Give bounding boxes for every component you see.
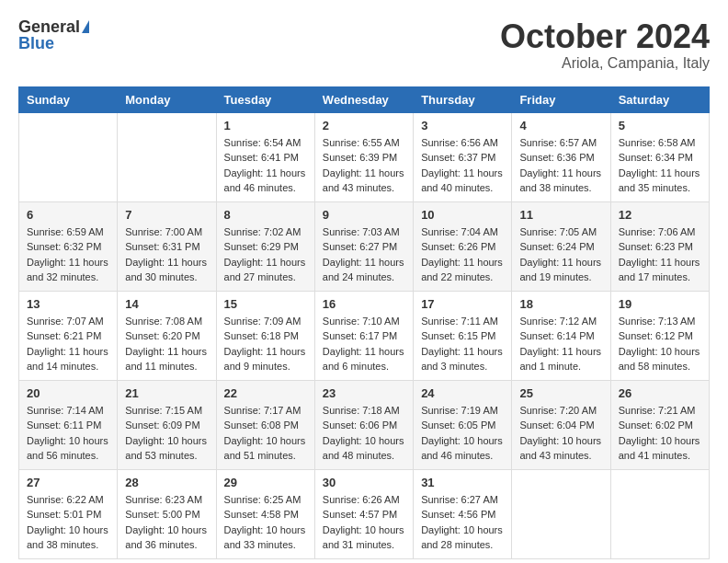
calendar-cell: 20Sunrise: 7:14 AM Sunset: 6:11 PM Dayli… bbox=[19, 380, 118, 469]
day-number: 18 bbox=[519, 297, 602, 311]
day-number: 19 bbox=[619, 297, 701, 311]
week-row-3: 13Sunrise: 7:07 AM Sunset: 6:21 PM Dayli… bbox=[19, 291, 710, 380]
col-header-sunday: Sunday bbox=[19, 86, 118, 112]
logo-triangle-icon bbox=[82, 20, 89, 33]
calendar-cell: 18Sunrise: 7:12 AM Sunset: 6:14 PM Dayli… bbox=[512, 291, 610, 380]
calendar-table: SundayMondayTuesdayWednesdayThursdayFrid… bbox=[18, 86, 710, 559]
day-info: Sunrise: 6:57 AM Sunset: 6:36 PM Dayligh… bbox=[519, 135, 602, 196]
calendar-cell bbox=[118, 112, 216, 201]
day-info: Sunrise: 6:22 AM Sunset: 5:01 PM Dayligh… bbox=[27, 492, 109, 553]
page-header: General Blue October 2024 Ariola, Campan… bbox=[18, 18, 710, 72]
day-number: 4 bbox=[519, 119, 602, 132]
day-info: Sunrise: 6:27 AM Sunset: 4:56 PM Dayligh… bbox=[421, 492, 504, 553]
calendar-cell bbox=[19, 112, 118, 201]
calendar-cell: 16Sunrise: 7:10 AM Sunset: 6:17 PM Dayli… bbox=[314, 291, 413, 380]
day-info: Sunrise: 6:26 AM Sunset: 4:57 PM Dayligh… bbox=[323, 492, 405, 553]
calendar-cell: 8Sunrise: 7:02 AM Sunset: 6:29 PM Daylig… bbox=[216, 201, 314, 291]
calendar-cell: 27Sunrise: 6:22 AM Sunset: 5:01 PM Dayli… bbox=[19, 469, 118, 558]
day-info: Sunrise: 7:07 AM Sunset: 6:21 PM Dayligh… bbox=[27, 314, 109, 374]
logo: General Blue bbox=[18, 18, 89, 52]
day-info: Sunrise: 6:54 AM Sunset: 6:41 PM Dayligh… bbox=[224, 135, 307, 196]
week-row-5: 27Sunrise: 6:22 AM Sunset: 5:01 PM Dayli… bbox=[19, 469, 710, 558]
day-number: 21 bbox=[125, 386, 208, 400]
calendar-cell: 23Sunrise: 7:18 AM Sunset: 6:06 PM Dayli… bbox=[314, 380, 413, 469]
day-number: 12 bbox=[619, 208, 701, 222]
week-row-1: 1Sunrise: 6:54 AM Sunset: 6:41 PM Daylig… bbox=[19, 112, 710, 201]
col-header-monday: Monday bbox=[118, 86, 216, 112]
logo-blue-text: Blue bbox=[18, 34, 54, 52]
day-number: 1 bbox=[224, 119, 307, 132]
calendar-cell: 30Sunrise: 6:26 AM Sunset: 4:57 PM Dayli… bbox=[314, 469, 413, 558]
calendar-cell: 17Sunrise: 7:11 AM Sunset: 6:15 PM Dayli… bbox=[414, 291, 512, 380]
day-number: 14 bbox=[125, 297, 208, 311]
col-header-wednesday: Wednesday bbox=[314, 86, 413, 112]
day-info: Sunrise: 7:11 AM Sunset: 6:15 PM Dayligh… bbox=[421, 314, 504, 374]
calendar-cell: 26Sunrise: 7:21 AM Sunset: 6:02 PM Dayli… bbox=[610, 380, 709, 469]
day-info: Sunrise: 7:14 AM Sunset: 6:11 PM Dayligh… bbox=[27, 403, 109, 464]
day-info: Sunrise: 7:10 AM Sunset: 6:17 PM Dayligh… bbox=[323, 314, 405, 374]
day-number: 3 bbox=[421, 119, 504, 132]
day-number: 23 bbox=[323, 386, 405, 400]
calendar-cell: 3Sunrise: 6:56 AM Sunset: 6:37 PM Daylig… bbox=[414, 112, 512, 201]
calendar-cell: 1Sunrise: 6:54 AM Sunset: 6:41 PM Daylig… bbox=[216, 112, 314, 201]
day-info: Sunrise: 7:20 AM Sunset: 6:04 PM Dayligh… bbox=[519, 403, 602, 464]
day-number: 15 bbox=[224, 297, 307, 311]
title-area: October 2024 Ariola, Campania, Italy bbox=[500, 18, 710, 72]
calendar-cell: 24Sunrise: 7:19 AM Sunset: 6:05 PM Dayli… bbox=[414, 380, 512, 469]
calendar-cell: 29Sunrise: 6:25 AM Sunset: 4:58 PM Dayli… bbox=[216, 469, 314, 558]
day-number: 27 bbox=[27, 476, 109, 489]
calendar-cell: 11Sunrise: 7:05 AM Sunset: 6:24 PM Dayli… bbox=[512, 201, 610, 291]
day-number: 29 bbox=[224, 476, 307, 489]
calendar-cell: 31Sunrise: 6:27 AM Sunset: 4:56 PM Dayli… bbox=[414, 469, 512, 558]
day-number: 10 bbox=[421, 208, 504, 222]
day-info: Sunrise: 7:02 AM Sunset: 6:29 PM Dayligh… bbox=[224, 224, 307, 285]
day-info: Sunrise: 6:55 AM Sunset: 6:39 PM Dayligh… bbox=[323, 135, 405, 196]
day-number: 13 bbox=[27, 297, 109, 311]
day-info: Sunrise: 6:56 AM Sunset: 6:37 PM Dayligh… bbox=[421, 135, 504, 196]
calendar-cell: 6Sunrise: 6:59 AM Sunset: 6:32 PM Daylig… bbox=[19, 201, 118, 291]
day-number: 17 bbox=[421, 297, 504, 311]
day-info: Sunrise: 7:04 AM Sunset: 6:26 PM Dayligh… bbox=[421, 224, 504, 285]
day-info: Sunrise: 7:08 AM Sunset: 6:20 PM Dayligh… bbox=[125, 314, 208, 374]
day-number: 31 bbox=[421, 476, 504, 489]
logo-general-text: General bbox=[18, 18, 80, 35]
day-number: 22 bbox=[224, 386, 307, 400]
day-number: 30 bbox=[323, 476, 405, 489]
calendar-cell: 28Sunrise: 6:23 AM Sunset: 5:00 PM Dayli… bbox=[118, 469, 216, 558]
calendar-cell: 12Sunrise: 7:06 AM Sunset: 6:23 PM Dayli… bbox=[610, 201, 709, 291]
calendar-cell: 21Sunrise: 7:15 AM Sunset: 6:09 PM Dayli… bbox=[118, 380, 216, 469]
calendar-cell: 19Sunrise: 7:13 AM Sunset: 6:12 PM Dayli… bbox=[610, 291, 709, 380]
col-header-saturday: Saturday bbox=[610, 86, 709, 112]
day-number: 6 bbox=[27, 208, 109, 222]
day-info: Sunrise: 7:12 AM Sunset: 6:14 PM Dayligh… bbox=[519, 314, 602, 374]
day-info: Sunrise: 7:06 AM Sunset: 6:23 PM Dayligh… bbox=[619, 224, 701, 285]
calendar-cell: 9Sunrise: 7:03 AM Sunset: 6:27 PM Daylig… bbox=[314, 201, 413, 291]
day-number: 26 bbox=[619, 386, 701, 400]
calendar-cell bbox=[512, 469, 610, 558]
day-number: 25 bbox=[519, 386, 602, 400]
month-title: October 2024 bbox=[500, 18, 710, 55]
day-number: 9 bbox=[323, 208, 405, 222]
calendar-cell: 15Sunrise: 7:09 AM Sunset: 6:18 PM Dayli… bbox=[216, 291, 314, 380]
day-number: 5 bbox=[619, 119, 701, 132]
week-row-2: 6Sunrise: 6:59 AM Sunset: 6:32 PM Daylig… bbox=[19, 201, 710, 291]
day-info: Sunrise: 7:21 AM Sunset: 6:02 PM Dayligh… bbox=[619, 403, 701, 464]
day-info: Sunrise: 7:09 AM Sunset: 6:18 PM Dayligh… bbox=[224, 314, 307, 374]
calendar-cell: 7Sunrise: 7:00 AM Sunset: 6:31 PM Daylig… bbox=[118, 201, 216, 291]
day-info: Sunrise: 6:59 AM Sunset: 6:32 PM Dayligh… bbox=[27, 224, 109, 285]
calendar-cell: 22Sunrise: 7:17 AM Sunset: 6:08 PM Dayli… bbox=[216, 380, 314, 469]
calendar-cell: 5Sunrise: 6:58 AM Sunset: 6:34 PM Daylig… bbox=[610, 112, 709, 201]
day-number: 28 bbox=[125, 476, 208, 489]
calendar-cell: 13Sunrise: 7:07 AM Sunset: 6:21 PM Dayli… bbox=[19, 291, 118, 380]
day-info: Sunrise: 7:13 AM Sunset: 6:12 PM Dayligh… bbox=[619, 314, 701, 374]
day-number: 8 bbox=[224, 208, 307, 222]
calendar-cell: 2Sunrise: 6:55 AM Sunset: 6:39 PM Daylig… bbox=[314, 112, 413, 201]
day-number: 20 bbox=[27, 386, 109, 400]
day-info: Sunrise: 6:23 AM Sunset: 5:00 PM Dayligh… bbox=[125, 492, 208, 553]
day-info: Sunrise: 7:15 AM Sunset: 6:09 PM Dayligh… bbox=[125, 403, 208, 464]
col-header-thursday: Thursday bbox=[414, 86, 512, 112]
day-number: 24 bbox=[421, 386, 504, 400]
day-number: 11 bbox=[519, 208, 602, 222]
day-info: Sunrise: 6:58 AM Sunset: 6:34 PM Dayligh… bbox=[619, 135, 701, 196]
calendar-cell: 14Sunrise: 7:08 AM Sunset: 6:20 PM Dayli… bbox=[118, 291, 216, 380]
